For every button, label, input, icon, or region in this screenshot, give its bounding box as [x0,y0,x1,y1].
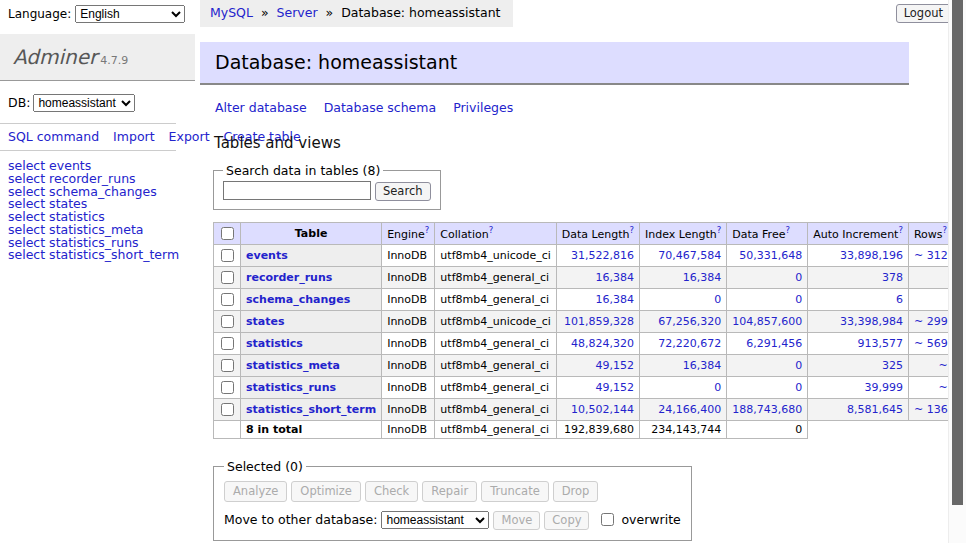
data-length-cell: 49,152 [556,354,639,376]
help-icon[interactable]: ? [630,225,635,235]
database-schema-link[interactable]: Database schema [324,100,436,115]
table-link-states[interactable]: states [246,315,285,328]
check-button[interactable]: Check [365,481,418,502]
auto-increment-cell: 33,398,984 [808,310,909,332]
auto-increment-cell: 39,999 [808,376,909,398]
column-header-collation: Collation? [435,222,556,244]
breadcrumb-server-link[interactable]: Server [277,5,318,20]
total-collation-cell: utf8mb4_general_ci [435,420,556,438]
copy-button[interactable]: Copy [544,511,589,530]
row-checkbox-statistics_short_term[interactable] [221,403,234,416]
data-free-cell: 0 [727,376,808,398]
data-length-cell: 31,522,816 [556,244,639,266]
row-checkbox-recorder_runs[interactable] [221,271,234,284]
drop-button[interactable]: Drop [553,481,599,502]
table-total-row: 8 in totalInnoDButf8mb4_general_ci192,83… [214,420,966,438]
row-checkbox-cell [214,266,241,288]
data-free-cell: 0 [727,354,808,376]
table-link-statistics_short_term[interactable]: statistics_short_term [246,403,376,416]
row-checkbox-statistics[interactable] [221,337,234,350]
table-link-schema_changes[interactable]: schema_changes [246,293,350,306]
table-link-statistics_meta[interactable]: statistics_meta [246,359,340,372]
data-length-cell: 10,502,144 [556,398,639,420]
row-checkbox-statistics_meta[interactable] [221,359,234,372]
table-row: statistics_metaInnoDButf8mb4_general_ci4… [214,354,966,376]
scrollbar-thumb[interactable] [952,0,963,505]
table-link-statistics[interactable]: statistics [246,337,303,350]
data-length-cell: 49,152 [556,376,639,398]
sidebar-actions: SQL commandImportExportCreate table [0,123,176,151]
overwrite-checkbox[interactable] [601,513,614,526]
engine-cell: InnoDB [382,354,435,376]
index-length-cell: 16,384 [640,266,727,288]
table-name-cell: states [241,310,382,332]
table-link-recorder_runs[interactable]: recorder_runs [246,271,332,284]
alter-database-link[interactable]: Alter database [215,100,307,115]
search-button[interactable]: Search [375,182,431,201]
column-header-index-length: Index Length? [640,222,727,244]
sidebar-item-select-statistics_short_term[interactable]: select statistics_short_term [8,247,179,262]
auto-increment-cell: 6 [808,288,909,310]
empty-cell [808,420,909,438]
row-checkbox-cell [214,376,241,398]
search-input[interactable] [223,181,371,200]
search-fieldset: Search data in tables (8) Search [213,163,441,210]
move-database-select[interactable]: homeassistant [381,511,489,529]
vertical-scrollbar[interactable] [948,0,966,543]
analyze-button[interactable]: Analyze [224,481,287,502]
help-icon[interactable]: ? [489,225,494,235]
column-header-data-free: Data Free? [727,222,808,244]
collation-cell: utf8mb4_general_ci [435,266,556,288]
repair-button[interactable]: Repair [422,481,477,502]
db-select[interactable]: homeassistant [33,94,135,112]
collation-cell: utf8mb4_general_ci [435,288,556,310]
help-icon[interactable]: ? [785,225,790,235]
help-icon[interactable]: ? [898,225,903,235]
row-checkbox-statistics_runs[interactable] [221,381,234,394]
language-select[interactable]: English [75,5,185,23]
data-free-cell: 50,331,648 [727,244,808,266]
row-checkbox-events[interactable] [221,249,234,262]
row-checkbox-cell [214,398,241,420]
column-header-table: Table [241,222,382,244]
move-button[interactable]: Move [493,511,540,530]
breadcrumb-mysql-link[interactable]: MySQL [210,5,253,20]
row-checkbox-cell [214,310,241,332]
logout-button[interactable]: Logout [896,4,951,23]
breadcrumb-separator: » [261,5,269,20]
truncate-button[interactable]: Truncate [481,481,549,502]
table-name-cell: recorder_runs [241,266,382,288]
total-name-cell: 8 in total [241,420,382,438]
app-version: 4.7.9 [100,54,128,67]
total-data-free-cell: 0 [727,420,808,438]
auto-increment-cell: 325 [808,354,909,376]
db-row: DB:homeassistant [0,81,195,123]
table-link-events[interactable]: events [246,249,288,262]
engine-cell: InnoDB [382,288,435,310]
row-checkbox-schema_changes[interactable] [221,293,234,306]
data-free-cell: 188,743,680 [727,398,808,420]
help-icon[interactable]: ? [717,225,722,235]
selected-actions-row: AnalyzeOptimizeCheckRepairTruncateDrop [224,481,681,502]
language-row: Language:English [0,0,195,27]
column-header-engine: Engine? [382,222,435,244]
privileges-link[interactable]: Privileges [453,100,513,115]
optimize-button[interactable]: Optimize [291,481,361,502]
row-checkbox-cell [214,244,241,266]
row-checkbox-states[interactable] [221,315,234,328]
page-title: Database: homeassistant [200,42,909,85]
help-icon[interactable]: ? [425,225,430,235]
engine-cell: InnoDB [382,398,435,420]
auto-increment-cell: 33,898,196 [808,244,909,266]
overwrite-label: overwrite [621,512,680,527]
collation-cell: utf8mb4_unicode_ci [435,244,556,266]
sql-command-link[interactable]: SQL command [8,129,99,144]
select-all-checkbox[interactable] [221,227,234,240]
table-link-statistics_runs[interactable]: statistics_runs [246,381,336,394]
data-length-cell: 16,384 [556,266,639,288]
move-to-other-database-label: Move to other database: [224,512,377,527]
app-name: Adminer [13,45,97,69]
help-icon[interactable]: ? [943,225,948,235]
import-link[interactable]: Import [113,129,155,144]
collation-cell: utf8mb4_general_ci [435,332,556,354]
